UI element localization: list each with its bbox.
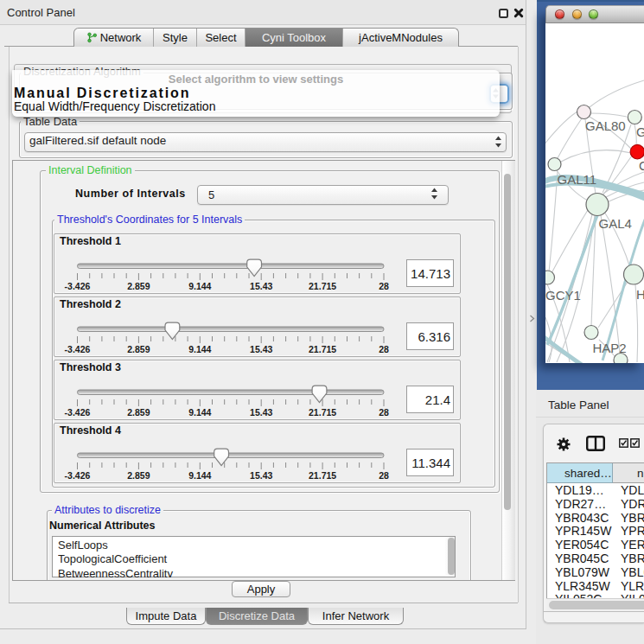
svg-text:2.859: 2.859 [127,407,150,418]
svg-text:-3.426: -3.426 [65,470,91,481]
svg-text:2.859: 2.859 [127,470,150,481]
svg-text:2.859: 2.859 [127,344,150,354]
svg-text:28: 28 [379,281,389,291]
svg-text:9.144: 9.144 [188,344,211,354]
svg-text:28: 28 [379,407,389,418]
svg-text:GCY1: GCY1 [545,288,581,303]
svg-text:9.144: 9.144 [188,407,211,418]
svg-text:28: 28 [379,344,389,354]
svg-text:GAL80: GAL80 [585,118,626,133]
svg-text:GAL11: GAL11 [558,172,597,187]
svg-text:-3.426: -3.426 [65,281,91,291]
svg-text:21.715: 21.715 [309,281,336,291]
svg-text:-3.426: -3.426 [65,344,91,354]
svg-text:-3.426: -3.426 [65,407,91,418]
svg-text:C.: C. [639,158,644,173]
svg-text:21.715: 21.715 [309,407,336,418]
svg-text:GAL4: GAL4 [599,216,632,231]
svg-text:21.715: 21.715 [309,470,336,481]
svg-text:15.43: 15.43 [250,281,272,291]
svg-text:2.859: 2.859 [127,281,150,291]
svg-text:28: 28 [379,470,389,481]
svg-text:H: H [636,287,644,302]
svg-text:15.43: 15.43 [250,407,272,418]
svg-text:15.43: 15.43 [250,344,272,354]
svg-text:15.43: 15.43 [250,470,272,481]
svg-text:21.715: 21.715 [309,344,336,354]
svg-text:HAP2: HAP2 [593,341,627,355]
svg-text:9.144: 9.144 [188,281,211,291]
svg-text:9.144: 9.144 [188,470,211,481]
svg-text:G.: G. [636,124,644,139]
